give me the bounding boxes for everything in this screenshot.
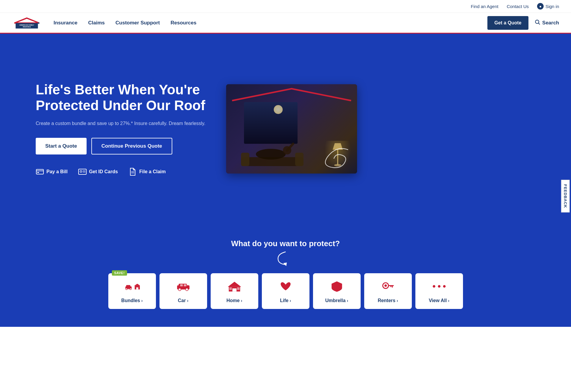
svg-point-12 bbox=[80, 171, 82, 172]
feedback-label: FEEDBACK bbox=[563, 184, 567, 208]
svg-point-20 bbox=[256, 149, 286, 160]
svg-point-30 bbox=[126, 288, 127, 290]
protect-title: What do you want to protect? bbox=[12, 239, 559, 248]
nav-resources[interactable]: Resources bbox=[170, 20, 196, 26]
bundles-icon bbox=[124, 280, 140, 295]
renters-icon bbox=[380, 280, 396, 295]
nav-claims[interactable]: Claims bbox=[88, 20, 105, 26]
svg-point-37 bbox=[178, 288, 181, 291]
svg-point-31 bbox=[130, 288, 131, 290]
svg-marker-32 bbox=[134, 284, 140, 286]
umbrella-icon bbox=[329, 280, 345, 295]
file-claim-link[interactable]: File a Claim bbox=[129, 168, 166, 176]
view-all-label: View All › bbox=[429, 298, 449, 303]
hero-content-left: Life's Better When You're Protected Unde… bbox=[36, 82, 214, 176]
svg-rect-44 bbox=[229, 287, 232, 290]
nav-links: Insurance Claims Customer Support Resour… bbox=[54, 20, 487, 26]
svg-marker-41 bbox=[228, 282, 241, 287]
svg-rect-19 bbox=[295, 153, 304, 166]
life-label: Life › bbox=[280, 298, 291, 303]
contact-us-link[interactable]: Contact Us bbox=[507, 4, 529, 9]
swirl-decoration bbox=[324, 148, 351, 169]
protect-section: What do you want to protect? SAVE! bbox=[0, 224, 571, 327]
hero-image-inner bbox=[226, 84, 357, 174]
hero-title: Life's Better When You're Protected Unde… bbox=[36, 82, 214, 113]
svg-rect-10 bbox=[37, 172, 39, 173]
pay-bill-link[interactable]: Pay a Bill bbox=[36, 168, 68, 176]
save-badge: SAVE! bbox=[112, 270, 127, 276]
get-id-cards-link[interactable]: Get ID Cards bbox=[78, 168, 118, 176]
hero-subtitle: Create a custom bundle and save up to 27… bbox=[36, 120, 214, 127]
nav-right: Get a Quote Search bbox=[487, 16, 559, 30]
svg-point-51 bbox=[433, 285, 435, 288]
svg-marker-0 bbox=[14, 18, 39, 23]
continue-quote-button[interactable]: Continue Previous Quote bbox=[91, 138, 172, 154]
umbrella-label: Umbrella › bbox=[325, 298, 348, 303]
svg-line-7 bbox=[539, 23, 540, 25]
svg-rect-8 bbox=[36, 169, 43, 174]
file-icon bbox=[129, 168, 137, 176]
hero-image-area bbox=[226, 84, 363, 174]
hero-buttons: Start a Quote Continue Previous Quote bbox=[36, 138, 214, 154]
car-icon bbox=[176, 280, 191, 295]
svg-point-52 bbox=[438, 285, 440, 288]
svg-text:AMERICAN FAMILY: AMERICAN FAMILY bbox=[19, 24, 34, 26]
start-quote-button[interactable]: Start a Quote bbox=[36, 138, 87, 154]
svg-rect-43 bbox=[232, 288, 237, 291]
svg-rect-34 bbox=[136, 287, 138, 289]
svg-rect-40 bbox=[184, 284, 186, 286]
top-bar: Find an Agent Contact Us ● Sign in bbox=[0, 0, 571, 13]
file-claim-label: File a Claim bbox=[139, 169, 166, 174]
hero-section: Life's Better When You're Protected Unde… bbox=[0, 34, 571, 224]
svg-point-6 bbox=[536, 20, 539, 24]
svg-rect-45 bbox=[237, 287, 240, 290]
sign-in-label: Sign in bbox=[545, 4, 559, 9]
get-quote-button[interactable]: Get a Quote bbox=[487, 16, 529, 30]
product-card-life[interactable]: Life › bbox=[262, 273, 309, 309]
amfam-logo: AMERICAN FAMILY INSURANCE ® bbox=[12, 15, 42, 30]
person-couch-silhouette bbox=[241, 141, 306, 168]
search-link[interactable]: Search bbox=[534, 19, 559, 26]
svg-text:INSURANCE: INSURANCE bbox=[23, 26, 31, 28]
svg-point-38 bbox=[185, 288, 188, 291]
svg-rect-11 bbox=[79, 169, 86, 174]
product-card-view-all[interactable]: View All › bbox=[415, 273, 463, 309]
svg-point-47 bbox=[384, 284, 387, 287]
id-card-icon bbox=[78, 168, 87, 176]
get-id-cards-label: Get ID Cards bbox=[89, 169, 118, 174]
product-card-bundles[interactable]: SAVE! Bundles › bbox=[108, 273, 156, 309]
find-agent-link[interactable]: Find an Agent bbox=[471, 4, 498, 9]
product-card-car[interactable]: Car › bbox=[159, 273, 207, 309]
sign-in-link[interactable]: ● Sign in bbox=[537, 3, 559, 10]
pay-bill-label: Pay a Bill bbox=[46, 169, 68, 174]
person-icon: ● bbox=[537, 3, 544, 10]
home-icon bbox=[227, 280, 242, 295]
logo-area[interactable]: AMERICAN FAMILY INSURANCE ® bbox=[12, 15, 42, 30]
car-label: Car › bbox=[178, 298, 188, 303]
search-icon bbox=[534, 19, 540, 26]
home-label: Home › bbox=[226, 298, 242, 303]
red-roof-decoration bbox=[229, 87, 354, 102]
product-card-renters[interactable]: Renters › bbox=[364, 273, 412, 309]
credit-card-icon bbox=[36, 168, 44, 176]
search-label: Search bbox=[542, 20, 559, 26]
bundles-label: Bundles › bbox=[121, 298, 143, 303]
renters-label: Renters › bbox=[378, 298, 398, 303]
curly-arrow-icon bbox=[274, 251, 298, 266]
svg-rect-29 bbox=[126, 285, 130, 287]
main-nav: AMERICAN FAMILY INSURANCE ® Insurance Cl… bbox=[0, 13, 571, 34]
hero-quick-links: Pay a Bill Get ID Cards bbox=[36, 168, 214, 176]
view-all-icon bbox=[431, 280, 447, 295]
nav-customer-support[interactable]: Customer Support bbox=[115, 20, 160, 26]
product-cards: SAVE! Bundles › bbox=[107, 273, 464, 309]
life-icon bbox=[278, 280, 293, 295]
hero-image-box bbox=[226, 84, 357, 174]
feedback-tab[interactable]: FEEDBACK bbox=[561, 179, 570, 212]
nav-insurance[interactable]: Insurance bbox=[54, 20, 77, 26]
svg-point-53 bbox=[443, 285, 446, 288]
product-card-home[interactable]: Home › bbox=[211, 273, 258, 309]
svg-rect-39 bbox=[180, 284, 183, 286]
product-card-umbrella[interactable]: Umbrella › bbox=[313, 273, 361, 309]
svg-rect-18 bbox=[241, 153, 249, 166]
